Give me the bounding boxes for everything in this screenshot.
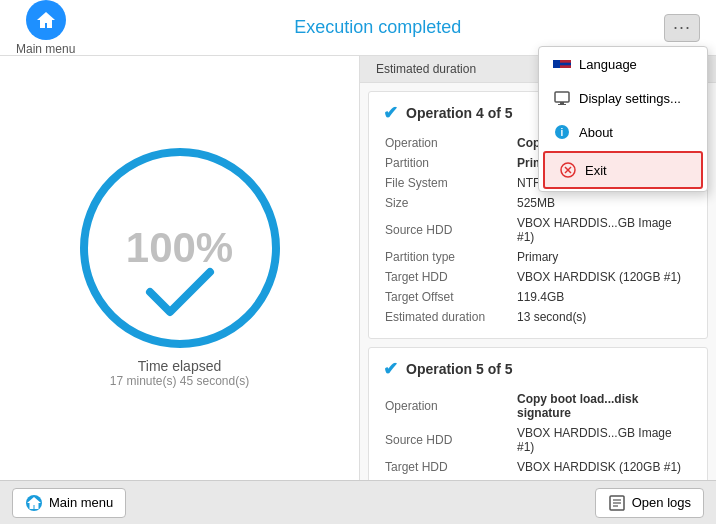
op5-table: Operation Copy boot load...disk signatur…: [383, 388, 693, 480]
table-row: Target HDD VBOX HARDDISK (120GB #1): [385, 268, 691, 286]
logs-icon: [608, 494, 626, 512]
about-label: About: [579, 125, 613, 140]
svg-rect-3: [553, 60, 560, 68]
footer-main-menu-label: Main menu: [49, 495, 113, 510]
exit-icon: [559, 161, 577, 179]
home-icon: [26, 0, 66, 40]
open-logs-button[interactable]: Open logs: [595, 488, 704, 518]
info-icon: i: [553, 123, 571, 141]
table-row: Size 525MB: [385, 194, 691, 212]
table-row: Target Offset 119.4GB: [385, 288, 691, 306]
table-row: Operation Copy boot load...disk signatur…: [385, 390, 691, 422]
page-title: Execution completed: [91, 17, 664, 38]
main-menu-button[interactable]: Main menu: [16, 0, 75, 56]
monitor-icon: [553, 89, 571, 107]
estimated-duration-label: Estimated duration: [376, 62, 476, 76]
time-elapsed-value: 17 minute(s) 45 second(s): [110, 374, 249, 388]
home-footer-icon: [25, 494, 43, 512]
more-options-button[interactable]: ···: [664, 14, 700, 42]
dropdown-item-about[interactable]: i About: [539, 115, 707, 149]
dropdown-item-language[interactable]: Language: [539, 47, 707, 81]
dropdown-item-display-settings[interactable]: Display settings...: [539, 81, 707, 115]
svg-rect-5: [560, 102, 564, 104]
progress-percent: 100%: [126, 224, 233, 272]
display-settings-label: Display settings...: [579, 91, 681, 106]
table-row: Target HDD VBOX HARDDISK (120GB #1): [385, 458, 691, 476]
table-row: Source HDD VBOX HARDDIS...GB Image #1): [385, 214, 691, 246]
header: Main menu Execution completed ··· Langua…: [0, 0, 716, 56]
footer: Main menu Open logs: [0, 480, 716, 524]
svg-rect-6: [558, 104, 566, 105]
main-menu-label: Main menu: [16, 42, 75, 56]
svg-rect-4: [555, 92, 569, 102]
exit-label: Exit: [585, 163, 607, 178]
operation-5-block: ✔ Operation 5 of 5 Operation Copy boot l…: [368, 347, 708, 480]
operation-5-title: ✔ Operation 5 of 5: [383, 358, 693, 380]
table-row: Partition type Primary: [385, 248, 691, 266]
table-row: Estimated duration 13 second(s): [385, 308, 691, 326]
op4-check-icon: ✔: [383, 102, 398, 124]
checkmark-icon: [145, 267, 215, 320]
dropdown-menu: Language Display settings... i About Exi…: [538, 46, 708, 192]
progress-circle: 100%: [80, 148, 280, 348]
footer-main-menu-button[interactable]: Main menu: [12, 488, 126, 518]
table-row: Estimated duration 1 second(s): [385, 478, 691, 480]
left-panel: 100% Time elapsed 17 minute(s) 45 second…: [0, 56, 360, 480]
flag-icon: [553, 55, 571, 73]
op5-check-icon: ✔: [383, 358, 398, 380]
open-logs-label: Open logs: [632, 495, 691, 510]
language-label: Language: [579, 57, 637, 72]
svg-text:i: i: [561, 127, 564, 138]
table-row: Source HDD VBOX HARDDIS...GB Image #1): [385, 424, 691, 456]
time-elapsed-label: Time elapsed: [138, 358, 222, 374]
dropdown-item-exit[interactable]: Exit: [543, 151, 703, 189]
